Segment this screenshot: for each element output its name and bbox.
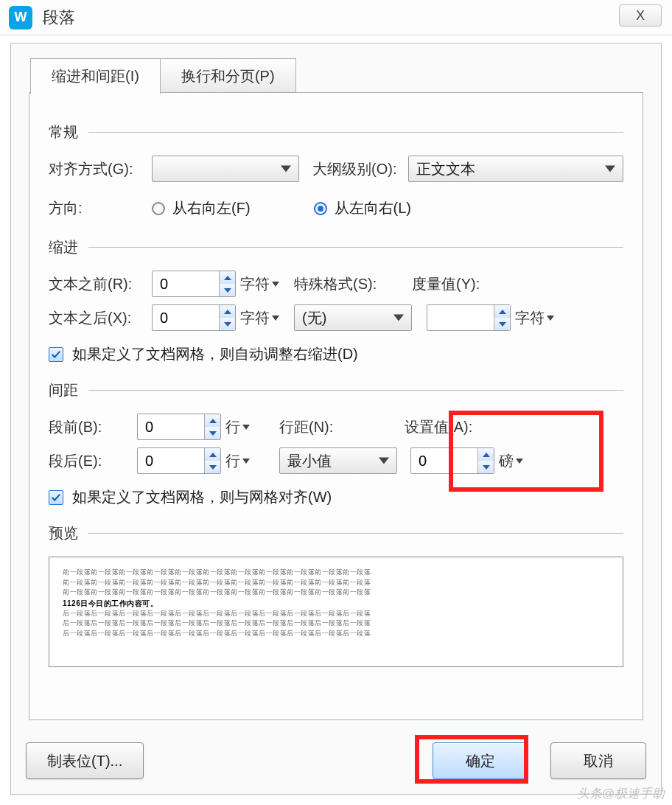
divider [88, 132, 623, 133]
after-text-spinner[interactable] [152, 304, 236, 331]
spinner-up-icon[interactable] [205, 414, 220, 427]
measure-unit[interactable]: 字符 [515, 308, 554, 328]
spinner-up-icon[interactable] [220, 305, 235, 318]
before-para-unit[interactable]: 行 [225, 417, 250, 437]
chevron-down-icon [272, 282, 279, 287]
before-text-input[interactable] [153, 271, 219, 296]
line-spacing-dropdown[interactable]: 最小值 [279, 447, 397, 474]
setting-unit[interactable]: 磅 [499, 451, 523, 471]
divider [88, 390, 623, 391]
tabs-button[interactable]: 制表位(T)... [26, 742, 144, 779]
preview-line: 后一段落后一段落后一段落后一段落后一段落后一段落后一段落后一段落后一段落后一段落… [63, 609, 609, 619]
before-text-label: 文本之前(R): [49, 274, 152, 294]
radio-rtl[interactable]: 从右向左(F) [152, 198, 251, 218]
spinner-down-icon[interactable] [220, 318, 235, 330]
section-preview: 预览 [49, 523, 623, 543]
after-text-input[interactable] [153, 305, 219, 330]
outline-value: 正文文本 [416, 159, 475, 179]
chevron-down-icon [242, 459, 250, 464]
spinner-up-icon[interactable] [478, 448, 494, 461]
outline-label: 大纲级别(O): [312, 159, 408, 179]
setting-input[interactable] [411, 448, 477, 473]
content-panel: 常规 对齐方式(G): 大纲级别(O): 正文文本 方向: 从右向左(F) [29, 92, 643, 720]
before-text-spinner[interactable] [152, 271, 236, 297]
measure-spinner[interactable] [427, 304, 511, 331]
tabs: 缩进和间距(I) 换行和分页(P) [30, 58, 296, 94]
radio-rtl-label: 从右向左(F) [172, 198, 251, 218]
special-format-label: 特殊格式(S): [294, 274, 390, 294]
cancel-button[interactable]: 取消 [550, 742, 646, 779]
special-format-dropdown[interactable]: (无) [294, 304, 412, 331]
preview-line: 后一段落后一段落后一段落后一段落后一段落后一段落后一段落后一段落后一段落后一段落… [63, 629, 609, 639]
spinner-up-icon[interactable] [494, 305, 510, 318]
chevron-down-icon [516, 459, 523, 464]
chevron-down-icon [281, 166, 291, 172]
snap-grid-checkbox[interactable]: 如果定义了文档网格，则与网格对齐(W) [49, 487, 332, 507]
after-text-label: 文本之后(X): [49, 308, 152, 328]
line-spacing-label: 行距(N): [279, 417, 353, 437]
preview-line: 前一段落前一段落前一段落前一段落前一段落前一段落前一段落前一段落前一段落前一段落… [63, 588, 609, 598]
alignment-label: 对齐方式(G): [49, 159, 152, 179]
line-spacing-value: 最小值 [287, 451, 332, 471]
bottom-bar: 制表位(T)... 确定 取消 [26, 742, 646, 779]
preview-content-line: 1126日今日的工作内容可。 [63, 598, 609, 609]
spinner-down-icon[interactable] [478, 461, 494, 473]
close-icon: X [636, 8, 645, 24]
radio-ltr-label: 从左向右(L) [335, 198, 411, 218]
setting-label: 设置值(A): [405, 417, 472, 437]
setting-spinner[interactable] [410, 447, 494, 474]
before-para-label: 段前(B): [49, 417, 137, 437]
after-para-label: 段后(E): [49, 451, 137, 471]
checkbox-checked-icon [49, 490, 63, 505]
divider [88, 533, 623, 534]
close-button[interactable]: X [619, 4, 662, 27]
before-text-unit[interactable]: 字符 [240, 274, 279, 294]
general-heading: 常规 [49, 122, 78, 142]
chevron-down-icon [272, 316, 279, 321]
tab-indent-spacing[interactable]: 缩进和间距(I) [30, 58, 161, 94]
alignment-dropdown[interactable] [152, 156, 299, 182]
spinner-down-icon[interactable] [494, 318, 510, 330]
section-spacing: 间距 [49, 380, 623, 400]
app-icon: W [9, 6, 32, 29]
chevron-down-icon [393, 315, 404, 321]
after-para-spinner[interactable] [137, 447, 221, 474]
ok-button[interactable]: 确定 [433, 742, 528, 779]
spinner-down-icon[interactable] [220, 284, 235, 296]
after-para-unit[interactable]: 行 [225, 451, 250, 471]
section-indent: 缩进 [49, 237, 623, 257]
after-para-input[interactable] [138, 448, 204, 473]
titlebar: W 段落 X [0, 0, 672, 35]
section-general: 常规 [49, 122, 623, 142]
auto-adjust-label: 如果定义了文档网格，则自动调整右缩进(D) [72, 344, 358, 364]
preview-line: 前一段落前一段落前一段落前一段落前一段落前一段落前一段落前一段落前一段落前一段落… [63, 568, 609, 578]
preview-heading: 预览 [49, 523, 78, 543]
tab-line-page[interactable]: 换行和分页(P) [160, 58, 296, 94]
before-para-spinner[interactable] [137, 414, 221, 440]
before-para-input[interactable] [138, 414, 204, 439]
window-title: 段落 [43, 7, 75, 29]
special-format-value: (无) [302, 308, 326, 328]
radio-checked-icon [314, 202, 327, 215]
auto-adjust-checkbox[interactable]: 如果定义了文档网格，则自动调整右缩进(D) [49, 344, 358, 364]
radio-ltr[interactable]: 从左向右(L) [314, 198, 411, 218]
measure-input[interactable] [427, 305, 494, 330]
chevron-down-icon [547, 316, 554, 321]
spinner-up-icon[interactable] [205, 448, 220, 461]
chevron-down-icon [242, 425, 250, 430]
radio-icon [152, 202, 165, 215]
spinner-down-icon[interactable] [205, 461, 220, 473]
divider [88, 247, 623, 248]
after-text-unit[interactable]: 字符 [240, 308, 279, 328]
indent-heading: 缩进 [49, 237, 78, 257]
spacing-heading: 间距 [49, 380, 78, 400]
chevron-down-icon [379, 458, 389, 464]
spinner-up-icon[interactable] [220, 271, 235, 284]
spinner-down-icon[interactable] [205, 427, 220, 439]
watermark: 头条@极速手助 [577, 785, 665, 802]
snap-grid-label: 如果定义了文档网格，则与网格对齐(W) [72, 487, 332, 507]
dialog-frame: 缩进和间距(I) 换行和分页(P) 常规 对齐方式(G): 大纲级别(O): 正… [10, 43, 662, 795]
outline-dropdown[interactable]: 正文文本 [408, 156, 623, 182]
preview-pane: 前一段落前一段落前一段落前一段落前一段落前一段落前一段落前一段落前一段落前一段落… [49, 557, 623, 667]
preview-line: 后一段落后一段落后一段落后一段落后一段落后一段落后一段落后一段落后一段落后一段落… [63, 618, 609, 629]
